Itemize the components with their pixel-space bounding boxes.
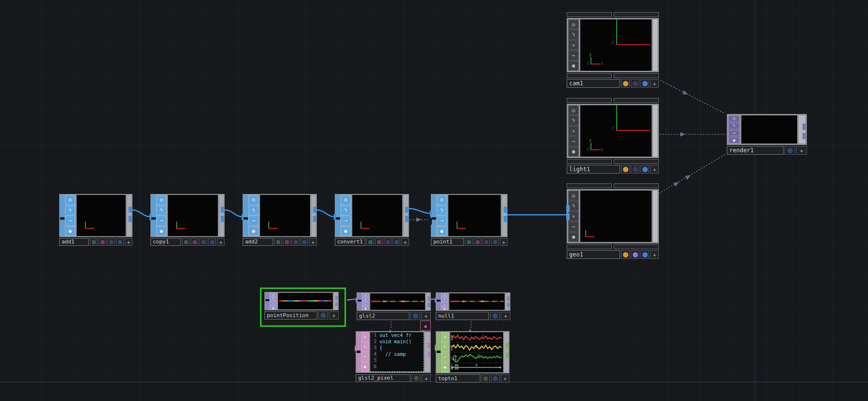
node-resize-strip[interactable] <box>425 332 430 372</box>
convert1-viewer[interactable] <box>352 195 402 236</box>
comp-child-connector[interactable] <box>614 244 659 249</box>
network-canvas[interactable]: ◎ ϟ × → ● z yxz cam1 + <box>0 0 868 401</box>
export-flag-icon[interactable]: → <box>156 216 166 226</box>
bypass-flag-icon[interactable]: ϟ <box>361 342 369 352</box>
copy1-viewer[interactable] <box>168 195 218 236</box>
node-topto1[interactable]: ◎ ϟ → ● <box>436 331 509 383</box>
node-pointposition[interactable]: ◎ ϟ → ● pointPosition + <box>264 292 339 320</box>
flag-4[interactable] <box>300 238 308 246</box>
flag-2[interactable] <box>283 238 291 246</box>
node-geo1[interactable]: ◎ ϟ × → ● geo1 + <box>567 183 659 259</box>
export-flag-icon[interactable]: → <box>65 216 75 226</box>
expand-flag[interactable]: + <box>501 374 509 383</box>
bomb-flag-icon[interactable]: ● <box>362 306 369 310</box>
bypass-flag-icon[interactable]: ϟ <box>568 30 579 39</box>
input-rail[interactable] <box>437 293 441 310</box>
output-connector[interactable] <box>427 303 430 307</box>
viewer-flag-icon[interactable]: ◎ <box>65 195 75 205</box>
node-convert1[interactable]: ◎ ϟ → ● convert1 + <box>335 194 409 246</box>
viewer-flag-icon[interactable]: ◎ <box>728 115 740 122</box>
bomb-flag-icon[interactable]: ● <box>248 226 259 237</box>
pointposition-viewer[interactable] <box>278 293 333 309</box>
export-flag-icon[interactable]: → <box>441 353 449 362</box>
bomb-flag-icon[interactable]: ● <box>437 226 447 237</box>
node-point1[interactable]: ◎ ϟ → ● point1 + <box>431 194 508 246</box>
bomb-flag-icon[interactable]: ● <box>728 137 740 144</box>
input-rail[interactable] <box>151 195 156 236</box>
node-resize-strip[interactable] <box>653 105 657 157</box>
node-resize-strip[interactable] <box>502 195 507 236</box>
viewer-display-flag[interactable] <box>640 165 649 174</box>
wire-convert1-point1[interactable] <box>409 209 431 213</box>
input-connector[interactable] <box>566 213 570 220</box>
topto1-viewer[interactable]: r g b a 0 2 0 4 -20 -21 1.00 0.00 <box>450 332 503 372</box>
output-connector[interactable] <box>405 216 409 222</box>
comp-parent-connector[interactable] <box>567 12 612 17</box>
bypass-flag-icon[interactable]: ϟ <box>441 342 449 352</box>
viewer-flag-icon[interactable]: ◎ <box>437 195 447 205</box>
add1-viewer[interactable] <box>77 195 126 236</box>
output-connector[interactable] <box>427 343 430 348</box>
input-rail[interactable] <box>60 195 65 236</box>
output-connector[interactable] <box>507 303 510 307</box>
expand-flag[interactable]: + <box>309 238 317 246</box>
output-connector[interactable] <box>802 124 806 130</box>
flag-3[interactable] <box>107 238 115 246</box>
display-flag[interactable] <box>490 312 500 320</box>
glsl2-pixel-viewer[interactable]: 1 2 3 4 5 6 out vec4 fr void main() { //… <box>370 332 424 372</box>
output-connector[interactable] <box>221 216 224 222</box>
node-light1[interactable]: ◎ ϟ × → ● z yxz light1 + <box>567 98 659 174</box>
bypass-flag-icon[interactable]: ϟ <box>568 201 579 210</box>
display-flag[interactable] <box>631 79 639 88</box>
node-resize-strip[interactable] <box>311 195 316 236</box>
output-connector[interactable] <box>129 216 132 222</box>
bypass-flag-icon[interactable]: ϟ <box>437 206 447 216</box>
bypass-flag-icon[interactable]: ϟ <box>568 115 579 125</box>
output-connector[interactable] <box>405 207 409 213</box>
bypass-flag-icon[interactable]: ϟ <box>441 298 448 302</box>
node-copy1[interactable]: ◎ ϟ → ● copy1 + <box>150 194 225 246</box>
export-flag-icon[interactable]: → <box>248 216 259 226</box>
expand-flag[interactable]: + <box>650 165 659 174</box>
expand-flag[interactable]: + <box>500 238 508 246</box>
node-resize-strip[interactable] <box>219 195 224 236</box>
export-flag-icon[interactable]: → <box>568 136 579 146</box>
node-add1[interactable]: ◎ ϟ → ● add1 + <box>59 194 132 246</box>
node-resize-strip[interactable] <box>334 293 338 309</box>
glsl2-viewer[interactable] <box>370 293 425 310</box>
link-cam1-render1[interactable] <box>661 80 725 113</box>
viewer-flag-icon[interactable]: ◎ <box>362 293 369 297</box>
flag-4[interactable] <box>208 238 216 246</box>
flag-1[interactable] <box>182 238 190 246</box>
bomb-flag-icon[interactable]: ● <box>568 61 579 71</box>
bypass-flag-icon[interactable]: ϟ <box>362 298 369 302</box>
cross-flag-icon[interactable]: × <box>568 40 579 50</box>
display-flag[interactable] <box>631 165 639 174</box>
viewer-flag-icon[interactable]: ◎ <box>156 195 166 205</box>
bypass-flag-icon[interactable]: ϟ <box>728 123 740 129</box>
export-flag-icon[interactable]: → <box>728 130 740 137</box>
comp-child-connector[interactable] <box>567 73 612 78</box>
expand-flag[interactable]: + <box>650 79 659 88</box>
expand-flag[interactable]: + <box>421 312 431 320</box>
flag-3[interactable] <box>384 238 392 246</box>
comp-child-connector[interactable] <box>567 244 612 249</box>
display-flag[interactable] <box>785 146 795 155</box>
export-flag-icon[interactable]: → <box>441 302 448 306</box>
flag-3[interactable] <box>292 238 299 246</box>
viewer-flag-icon[interactable]: ◎ <box>441 293 448 297</box>
bomb-flag-icon[interactable]: ● <box>156 226 166 237</box>
node-resize-strip[interactable] <box>426 293 430 310</box>
flag-2[interactable] <box>375 238 383 246</box>
flag-2[interactable] <box>491 374 500 383</box>
viewer-display-flag[interactable] <box>640 250 649 259</box>
node-glsl2-pixel[interactable]: ◎ ϟ → ● 1 2 3 4 5 6 out vec4 fr <box>356 331 431 382</box>
output-connector[interactable] <box>335 296 338 300</box>
comp-parent-connector[interactable] <box>614 183 659 188</box>
bomb-flag-icon[interactable]: ● <box>65 226 75 237</box>
output-connector[interactable] <box>802 133 806 139</box>
node-cam1[interactable]: ◎ ϟ × → ● z yxz cam1 + <box>567 12 659 88</box>
output-connector[interactable] <box>427 296 430 301</box>
comp-child-connector[interactable] <box>614 73 659 78</box>
expand-flag[interactable]: + <box>125 238 132 246</box>
